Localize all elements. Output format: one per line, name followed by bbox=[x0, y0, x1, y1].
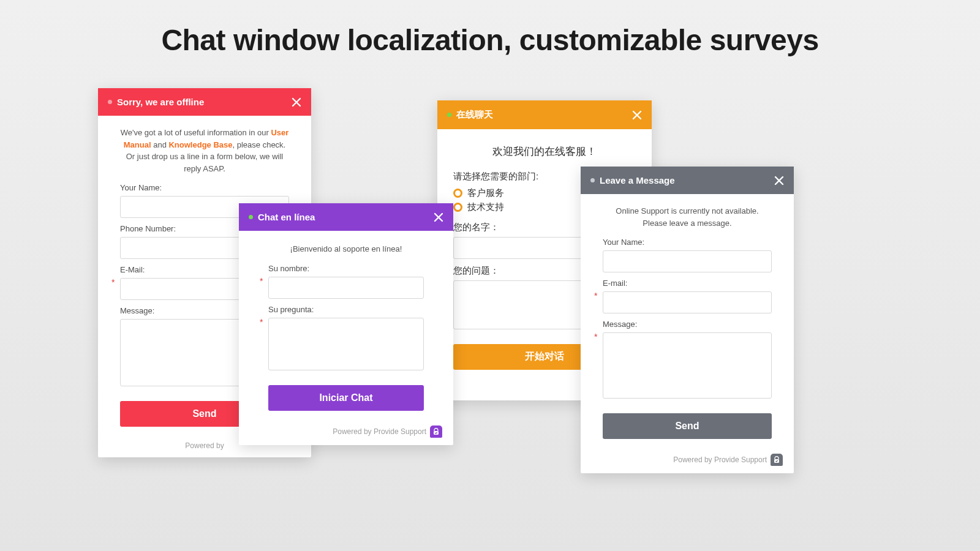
intro-text: Online Support is currently not availabl… bbox=[603, 205, 772, 229]
chat-window-leave-message: Leave a Message Online Support is curren… bbox=[581, 167, 794, 473]
radio-icon bbox=[453, 189, 462, 198]
required-asterisk: * bbox=[260, 276, 263, 286]
page-title: Chat window localization, customizable s… bbox=[0, 0, 980, 57]
close-icon[interactable] bbox=[774, 176, 784, 186]
required-asterisk: * bbox=[594, 332, 597, 342]
status-dot-offline bbox=[108, 100, 112, 104]
chat-title: Chat en línea bbox=[258, 212, 315, 222]
chat-header: Leave a Message bbox=[581, 167, 794, 194]
your-name-input[interactable] bbox=[603, 250, 772, 272]
chat-title: 在线聊天 bbox=[456, 109, 493, 121]
su-nombre-label: Su nombre: bbox=[268, 264, 424, 273]
your-name-label: Your Name: bbox=[120, 183, 289, 192]
department-option-label: 客户服务 bbox=[467, 187, 504, 199]
intro-text: We've got a lot of useful information in… bbox=[120, 127, 289, 174]
email-input[interactable] bbox=[603, 291, 772, 313]
department-option-label: 技术支持 bbox=[467, 201, 504, 213]
close-icon[interactable] bbox=[292, 97, 301, 107]
close-icon[interactable] bbox=[434, 212, 443, 222]
powered-by: Powered by Provide Support bbox=[239, 419, 453, 445]
chat-title: Leave a Message bbox=[600, 175, 675, 186]
email-label: E-mail: bbox=[603, 279, 772, 288]
message-label: Message: bbox=[603, 320, 772, 329]
intro-text: ¡Bienvenido al soporte en línea! bbox=[268, 243, 424, 255]
required-asterisk: * bbox=[594, 291, 597, 301]
message-textarea[interactable] bbox=[603, 332, 772, 399]
su-pregunta-label: Su pregunta: bbox=[268, 305, 424, 314]
radio-icon bbox=[453, 203, 462, 212]
lock-icon bbox=[771, 454, 783, 466]
intro-text: 欢迎我们的在线客服！ bbox=[453, 144, 636, 160]
su-pregunta-textarea[interactable] bbox=[268, 318, 424, 370]
status-dot-offline bbox=[590, 178, 595, 182]
iniciar-chat-button[interactable]: Iniciar Chat bbox=[268, 385, 424, 411]
chat-title: Sorry, we are offline bbox=[117, 97, 204, 107]
close-icon[interactable] bbox=[632, 110, 642, 120]
su-nombre-input[interactable] bbox=[268, 277, 424, 299]
your-name-label: Your Name: bbox=[603, 238, 772, 247]
chat-header: 在线聊天 bbox=[437, 100, 652, 129]
chat-header: Sorry, we are offline bbox=[98, 88, 311, 116]
required-asterisk: * bbox=[111, 277, 115, 287]
lock-icon bbox=[430, 425, 442, 438]
chat-header: Chat en línea bbox=[239, 203, 453, 231]
send-button[interactable]: Send bbox=[603, 413, 772, 439]
powered-by: Powered by Provide Support bbox=[581, 448, 794, 473]
chat-window-online-es: Chat en línea ¡Bienvenido al soporte en … bbox=[239, 203, 453, 445]
knowledge-base-link[interactable]: Knowledge Base bbox=[168, 140, 232, 149]
status-dot-online bbox=[249, 215, 253, 219]
status-dot-online bbox=[447, 113, 451, 117]
required-asterisk: * bbox=[260, 317, 263, 327]
